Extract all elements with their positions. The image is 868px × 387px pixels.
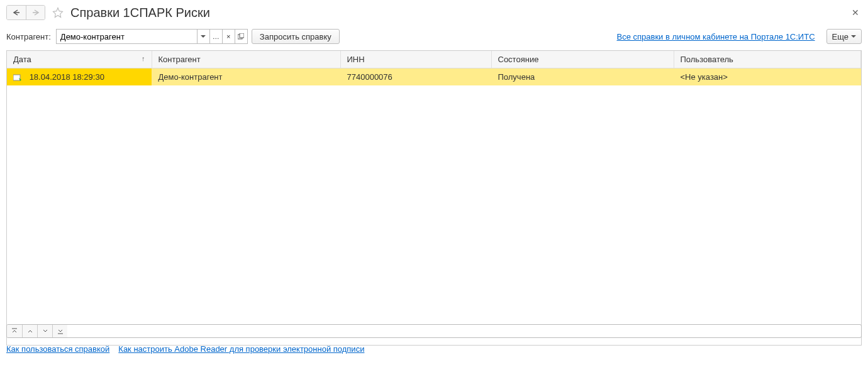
cell-date: 18.04.2018 18:29:30 bbox=[30, 72, 104, 82]
scroll-down-button[interactable] bbox=[37, 325, 52, 337]
sort-asc-icon: ↑ bbox=[142, 55, 145, 62]
col-inn[interactable]: ИНН bbox=[340, 51, 491, 68]
counterparty-label: Контрагент: bbox=[6, 32, 51, 41]
chevron-down-icon bbox=[201, 35, 206, 38]
forward-button[interactable] bbox=[26, 6, 45, 19]
svg-rect-4 bbox=[13, 75, 20, 80]
cell-status: Получена bbox=[491, 68, 674, 86]
scroll-buttons bbox=[6, 324, 862, 338]
cell-inn: 7740000076 bbox=[340, 68, 491, 86]
svg-rect-3 bbox=[240, 33, 244, 38]
scroll-bottom-button[interactable] bbox=[52, 325, 67, 337]
scroll-top-button[interactable] bbox=[7, 325, 22, 337]
back-button[interactable] bbox=[7, 6, 26, 19]
help-link[interactable]: Как пользоваться справкой bbox=[6, 344, 109, 354]
chevron-down-icon bbox=[851, 35, 856, 38]
close-icon[interactable]: ✕ bbox=[849, 8, 862, 18]
more-button[interactable]: Еще bbox=[826, 29, 862, 44]
nav-group bbox=[6, 5, 45, 20]
cell-counterparty: Демо-контрагент bbox=[152, 68, 340, 86]
counterparty-input-group: … × bbox=[56, 29, 248, 44]
col-status[interactable]: Состояние bbox=[491, 51, 674, 68]
counterparty-input[interactable] bbox=[56, 29, 198, 44]
request-button[interactable]: Запросить справку bbox=[252, 29, 340, 44]
adobe-link[interactable]: Как настроить Adobe Reader для проверки … bbox=[118, 344, 364, 354]
clear-button[interactable]: × bbox=[223, 29, 235, 44]
scroll-up-button[interactable] bbox=[22, 325, 37, 337]
data-table: Дата↑ Контрагент ИНН Состояние Пользоват… bbox=[6, 50, 862, 346]
col-user[interactable]: Пользователь bbox=[674, 51, 861, 68]
document-icon bbox=[13, 74, 22, 82]
more-button-label: Еще bbox=[832, 32, 849, 41]
portal-link[interactable]: Все справки в личном кабинете на Портале… bbox=[617, 32, 815, 41]
page-title: Справки 1СПАРК Риски bbox=[70, 6, 210, 20]
ellipsis-button[interactable]: … bbox=[210, 29, 223, 44]
col-date[interactable]: Дата↑ bbox=[7, 51, 152, 68]
table-row[interactable]: 18.04.2018 18:29:30 Демо-контрагент 7740… bbox=[7, 68, 861, 86]
cell-user: <Не указан> bbox=[674, 68, 861, 86]
col-counterparty[interactable]: Контрагент bbox=[152, 51, 340, 68]
dropdown-button[interactable] bbox=[198, 29, 210, 44]
open-button[interactable] bbox=[235, 29, 248, 44]
favorite-star-icon[interactable] bbox=[52, 6, 64, 19]
